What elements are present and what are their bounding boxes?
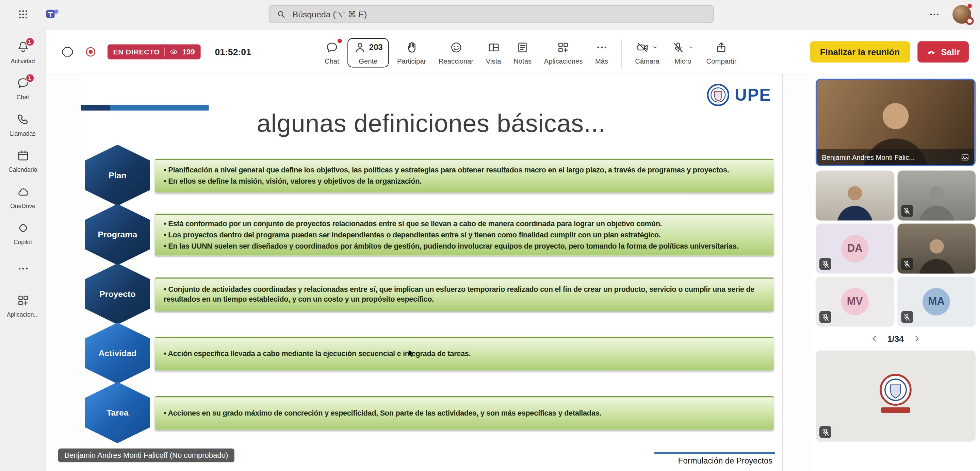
toolbar-compartir-button[interactable]: Compartir (702, 38, 741, 67)
sidebar-item-actividad[interactable]: 1Actividad (0, 34, 46, 71)
hangup-icon (926, 47, 936, 57)
participant-count: 203 (369, 43, 383, 52)
toolbar-reaccionar-button[interactable]: Reaccionar (434, 38, 478, 67)
leave-button[interactable]: Salir (917, 41, 969, 62)
slide-title: algunas definiciones básicas... (81, 109, 781, 137)
prev-page-button[interactable] (870, 334, 878, 343)
slide-row-programa: Programa• Está conformado por un conjunt… (85, 205, 774, 264)
toolbar-gente-button[interactable]: 203Gente (347, 38, 389, 67)
user-avatar[interactable] (953, 5, 971, 24)
upe-crest-icon (706, 83, 730, 107)
toolbar-button-label: Gente (359, 57, 377, 65)
meeting-stage: UPE algunas definiciones básicas... Plan… (46, 75, 813, 471)
participant-tile[interactable] (897, 224, 976, 274)
slide-row-proyecto: Proyecto• Conjunto de actividades coordi… (85, 264, 774, 324)
footer-accent-line (654, 452, 775, 454)
sidebar-item-copilot[interactable]: Copilot (0, 216, 46, 252)
live-separator (164, 47, 165, 56)
toolbar-button-label: Aplicaciones (544, 57, 582, 65)
teams-app-button[interactable] (44, 6, 61, 23)
hex-label: Actividad (98, 349, 137, 358)
sidebar-iconwrap: 1 (17, 40, 29, 56)
toolbar-button-iconrow (487, 40, 500, 54)
notes-icon (516, 41, 529, 53)
toolbar-mas-button[interactable]: Más (591, 38, 612, 67)
participant-tile[interactable]: MA (897, 277, 976, 327)
participant-tile[interactable] (897, 170, 976, 220)
participant-tile[interactable]: MV (816, 277, 894, 327)
toolbar-button-iconrow (672, 40, 694, 54)
apps-icon (17, 294, 29, 307)
toolbar-button-iconrow: 203 (353, 40, 383, 54)
sidebar-iconwrap (17, 149, 29, 164)
toolbar-notas-button[interactable]: Notas (509, 38, 536, 67)
sidebar-item-label: Actividad (11, 57, 35, 64)
toolbar-button-label: Micro (675, 57, 691, 65)
hex-label: Plan (108, 170, 126, 180)
participant-grid: DAMVMA (816, 170, 975, 327)
participant-tile[interactable]: DA (816, 224, 894, 274)
sidebar-item-calendario[interactable]: Calendario (0, 143, 46, 179)
sidebar-item-label: Chat (17, 94, 29, 101)
apps-icon (557, 41, 570, 53)
sidebar-iconwrap (17, 222, 29, 237)
recording-indicator-icon[interactable] (84, 45, 97, 58)
toolbar-button-label: Notas (514, 57, 531, 65)
titlebar-more-button[interactable] (928, 8, 941, 21)
chevron-down-icon (688, 44, 694, 50)
sidebar-item-more[interactable] (0, 252, 46, 288)
toolbar-micro-button[interactable]: Micro (668, 38, 698, 67)
mic-off-icon (819, 426, 831, 438)
speaker-name-bar: Benjamin Andres Monti Falic... (817, 149, 975, 165)
toolbar-button-label: Reaccionar (439, 57, 473, 65)
toolbar-button-iconrow (715, 40, 728, 54)
toolbar-vista-button[interactable]: Vista (482, 38, 505, 67)
viewer-count: 199 (182, 47, 195, 56)
more-icon (17, 262, 29, 275)
gallery-icon[interactable] (961, 153, 969, 162)
page-indicator: 1/34 (888, 334, 904, 344)
end-meeting-button[interactable]: Finalizar la reunión (810, 41, 910, 62)
toolbar-button-iconrow (405, 40, 418, 54)
speaker-tile[interactable]: Benjamin Andres Monti Falic... (816, 79, 975, 166)
chevron-down-icon (652, 44, 658, 50)
phone-icon (17, 113, 29, 125)
logo-tile[interactable] (816, 350, 975, 441)
toolbar-button-label: Compartir (706, 57, 737, 65)
toolbar-button-label: Vista (486, 57, 501, 65)
participant-tile[interactable] (816, 170, 894, 220)
security-icon[interactable] (61, 45, 74, 58)
unread-dot (337, 38, 342, 43)
sidebar-item-label: Copilot (14, 239, 32, 246)
mic-off-icon (901, 311, 913, 323)
toolbar-participar-button[interactable]: Participar (393, 38, 430, 67)
definition-bar: • Acción específica llevada a cabo media… (155, 336, 774, 370)
hex-tarea: Tarea (85, 382, 150, 443)
sidebar-item-llamadas[interactable]: Llamadas (0, 107, 46, 143)
toolbar-chat-button[interactable]: Chat (320, 38, 343, 67)
mic-icon (672, 41, 685, 53)
initials-avatar: MA (923, 288, 950, 316)
leave-label: Salir (941, 47, 960, 57)
sidebar-item-aplicaciones[interactable]: Aplicacion... (0, 288, 46, 324)
sidebar-item-onedrive[interactable]: OneDrive (0, 179, 46, 216)
bullet-text: • Planificación a nivel general que defi… (164, 165, 765, 175)
next-page-button[interactable] (913, 334, 921, 343)
bullet-text: • Los proyectos dentro del programa pued… (164, 230, 765, 240)
toolbar-button-label: Cámara (635, 57, 659, 65)
copilot-icon (17, 222, 29, 234)
definition-bar: • Planificación a nivel general que defi… (155, 159, 774, 192)
app-launcher-button[interactable] (16, 8, 30, 21)
sidebar-item-chat[interactable]: 1Chat (0, 71, 46, 107)
definition-rows: Plan• Planificación a nivel general que … (85, 146, 774, 442)
hex-label: Programa (98, 230, 137, 239)
toolbar-button-label: Chat (325, 57, 339, 65)
initials-avatar: DA (841, 235, 869, 263)
speaker-name: Benjamin Andres Monti Falic... (822, 153, 915, 161)
bullet-text: • En ellos se define la misión, visión, … (164, 177, 765, 186)
toolbar-camara-button[interactable]: Cámara (630, 38, 664, 67)
toolbar-button-iconrow (636, 40, 658, 54)
teams-window: Búsqueda (⌥ ⌘ E) 1Actividad1ChatLlamadas… (0, 0, 980, 471)
search-input[interactable]: Búsqueda (⌥ ⌘ E) (269, 5, 714, 23)
toolbar-aplicaciones-button[interactable]: Aplicaciones (540, 38, 587, 67)
